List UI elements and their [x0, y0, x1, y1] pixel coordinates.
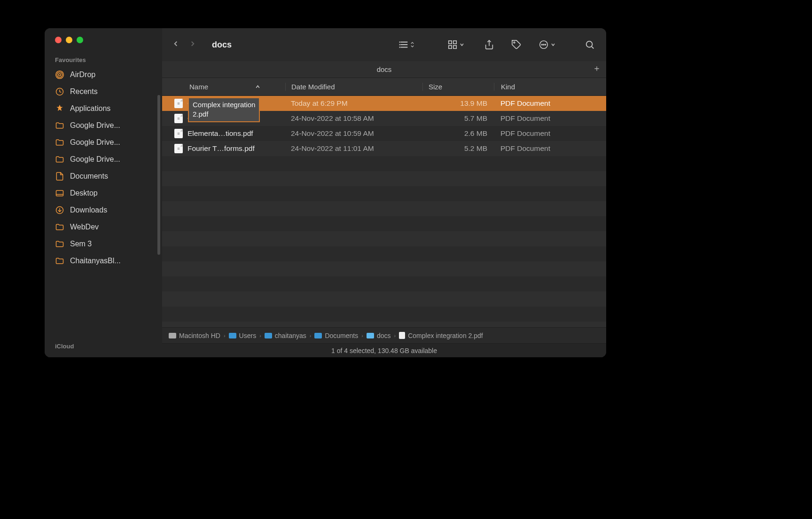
- airdrop-icon: [55, 70, 64, 79]
- path-segment[interactable]: Complex integration 2.pdf: [399, 332, 483, 339]
- svg-point-0: [59, 74, 61, 76]
- maximize-window-button[interactable]: [77, 37, 83, 43]
- sidebar-item-label: Recents: [70, 87, 98, 96]
- sidebar-item-webdev[interactable]: WebDev: [45, 219, 162, 236]
- chevron-right-icon: ›: [394, 333, 396, 338]
- applications-icon: [55, 104, 64, 113]
- share-button[interactable]: [482, 38, 496, 52]
- svg-point-12: [399, 45, 400, 45]
- pdf-file-icon: [174, 144, 183, 153]
- svg-point-11: [399, 42, 400, 42]
- close-window-button[interactable]: [55, 37, 62, 43]
- sidebar-item-label: ChaitanyasBl...: [70, 257, 121, 265]
- path-segment[interactable]: Users: [229, 332, 257, 339]
- file-name: Fourier T…forms.pdf: [187, 144, 255, 153]
- sidebar-item-label: Applications: [70, 104, 110, 113]
- file-icon: [399, 332, 405, 339]
- column-headers: Name Date Modified Size Kind: [162, 78, 606, 96]
- column-header-kind[interactable]: Kind: [494, 83, 606, 91]
- svg-line-25: [592, 47, 593, 48]
- svg-rect-4: [56, 190, 63, 196]
- sidebar-item-sem3[interactable]: Sem 3: [45, 236, 162, 252]
- svg-point-23: [545, 44, 546, 45]
- sidebar-item-airdrop[interactable]: AirDrop: [45, 66, 162, 83]
- column-header-date[interactable]: Date Modified: [285, 83, 422, 91]
- sidebar-item-recents[interactable]: Recents: [45, 83, 162, 100]
- file-date: 24-Nov-2022 at 10:58 AM: [285, 114, 422, 123]
- sidebar-item-gdrive2[interactable]: Google Drive...: [45, 134, 162, 151]
- folder-icon: [229, 333, 236, 338]
- file-row[interactable]: Elementa…tions.pdf24-Nov-2022 at 10:59 A…: [162, 126, 606, 141]
- svg-point-21: [541, 44, 542, 45]
- disk-icon: [169, 333, 176, 338]
- minimize-window-button[interactable]: [66, 37, 72, 43]
- tab-docs[interactable]: docs: [162, 63, 606, 76]
- file-date: Today at 6:29 PM: [285, 99, 422, 108]
- path-label: docs: [377, 332, 391, 339]
- path-segment[interactable]: Documents: [314, 332, 358, 339]
- path-label: Documents: [325, 332, 358, 339]
- pdf-file-icon: [174, 114, 183, 123]
- svg-point-22: [543, 44, 544, 45]
- sidebar-item-label: AirDrop: [70, 71, 95, 79]
- sidebar-item-downloads[interactable]: Downloads: [45, 202, 162, 219]
- svg-point-13: [399, 47, 400, 47]
- pdf-file-icon: [174, 129, 183, 138]
- sidebar-item-label: Google Drive...: [70, 138, 120, 147]
- back-button[interactable]: [172, 39, 180, 50]
- sidebar-item-label: Google Drive...: [70, 155, 120, 164]
- sidebar-item-desktop[interactable]: Desktop: [45, 185, 162, 202]
- group-by-button[interactable]: [445, 38, 466, 52]
- sidebar-item-label: Desktop: [70, 189, 98, 197]
- path-segment[interactable]: Macintosh HD: [169, 332, 220, 339]
- sidebar-scrollbar[interactable]: [157, 95, 160, 255]
- sidebar-item-label: Sem 3: [70, 240, 92, 248]
- path-segment[interactable]: docs: [367, 332, 391, 339]
- actions-button[interactable]: [537, 38, 557, 52]
- sidebar-item-gdrive3[interactable]: Google Drive...: [45, 151, 162, 168]
- file-list: Complex in…pdfComplex integration2.pdfTo…: [162, 96, 606, 327]
- view-mode-button[interactable]: [397, 38, 416, 52]
- sidebar-item-chaitanyas[interactable]: ChaitanyasBl...: [45, 252, 162, 269]
- path-label: chaitanyas: [275, 332, 306, 339]
- path-bar: Macintosh HD›Users›chaitanyas›Documents›…: [162, 327, 606, 343]
- path-label: Users: [239, 332, 257, 339]
- sort-indicator-icon: [255, 83, 260, 91]
- search-button[interactable]: [583, 38, 597, 52]
- svg-rect-15: [453, 41, 456, 44]
- file-size: 5.2 MB: [422, 144, 494, 153]
- clock-icon: [55, 87, 64, 96]
- tags-button[interactable]: [509, 38, 523, 52]
- sidebar-item-label: Documents: [70, 172, 108, 181]
- sidebar-item-applications[interactable]: Applications: [45, 100, 162, 117]
- sidebar-item-gdrive1[interactable]: Google Drive...: [45, 117, 162, 134]
- folder-icon: [55, 256, 64, 266]
- chevron-right-icon: ›: [361, 333, 363, 338]
- sidebar-item-documents[interactable]: Documents: [45, 168, 162, 185]
- file-row[interactable]: Fourier T…forms.pdf24-Nov-2022 at 11:01 …: [162, 141, 606, 156]
- nav-controls: [172, 39, 197, 50]
- path-segment[interactable]: chaitanyas: [265, 332, 306, 339]
- file-size: 2.6 MB: [422, 129, 494, 138]
- filename-tooltip: Complex integration2.pdf: [188, 97, 260, 122]
- file-kind: PDF Document: [494, 99, 606, 108]
- document-icon: [55, 172, 64, 181]
- sidebar-section-favourites: Favourites: [45, 55, 162, 66]
- chevron-right-icon: ›: [259, 333, 261, 338]
- folder-icon: [55, 155, 64, 164]
- new-tab-button[interactable]: [593, 65, 601, 74]
- column-header-name[interactable]: Name: [162, 83, 285, 91]
- forward-button[interactable]: [188, 39, 197, 50]
- path-label: Complex integration 2.pdf: [408, 332, 483, 339]
- svg-rect-17: [453, 46, 456, 48]
- sidebar: Favourites AirDropRecentsApplicationsGoo…: [45, 28, 162, 357]
- svg-point-24: [586, 41, 593, 47]
- folder-icon: [55, 121, 64, 130]
- sidebar-item-label: Downloads: [70, 206, 107, 214]
- column-header-size[interactable]: Size: [422, 83, 494, 91]
- file-row[interactable]: Complex in…pdfComplex integration2.pdfTo…: [162, 96, 606, 111]
- file-size: 5.7 MB: [422, 114, 494, 123]
- tab-bar: docs: [162, 61, 606, 78]
- folder-icon: [55, 138, 64, 147]
- file-kind: PDF Document: [494, 114, 606, 123]
